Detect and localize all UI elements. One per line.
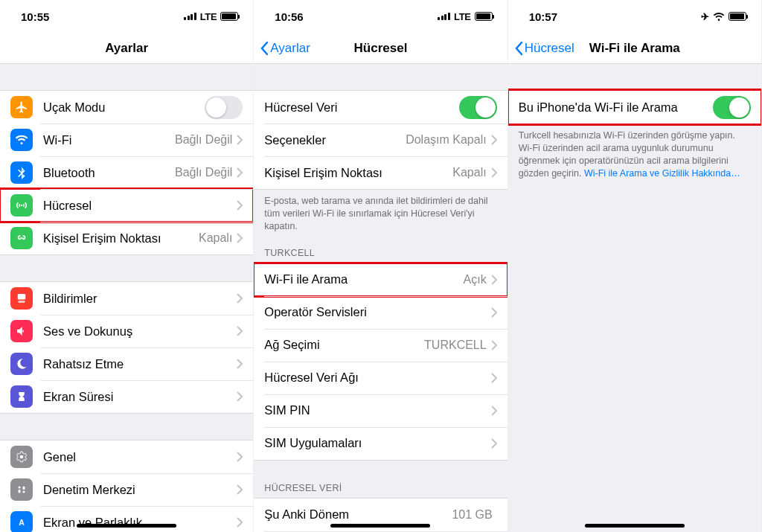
back-label: Hücresel [525, 41, 574, 56]
row-value: TURKCELL [424, 339, 487, 352]
signal-icon [184, 13, 196, 20]
bluetooth-icon [10, 161, 33, 184]
row-sim-pin[interactable]: SIM PIN [254, 394, 507, 427]
row-label: Bu iPhone'da Wi‑Fi ile Arama [519, 100, 713, 115]
chevron-icon [491, 438, 497, 449]
row-dnd[interactable]: Rahatsız Etme [0, 347, 253, 380]
group-wifi-calling-toggle: Bu iPhone'da Wi‑Fi ile Arama [508, 90, 761, 124]
chevron-icon [237, 326, 243, 336]
home-indicator[interactable] [585, 524, 685, 528]
chevron-icon [237, 135, 243, 145]
row-screentime[interactable]: Ekran Süresi [0, 380, 253, 413]
wifi-icon [10, 129, 33, 151]
row-label: Genel [43, 450, 237, 464]
group-turkcell: Wi‑Fi ile Arama Açık Operatör Servisleri… [254, 263, 507, 461]
row-value: Bağlı Değil [175, 166, 232, 179]
chevron-icon [491, 340, 497, 350]
general-icon [10, 446, 33, 468]
row-wifi[interactable]: Wi-Fi Bağlı Değil [0, 124, 253, 156]
row-label: Denetim Merkezi [43, 483, 237, 497]
chevron-icon [491, 135, 497, 145]
wifi-calling-toggle[interactable] [713, 96, 751, 119]
row-network-selection[interactable]: Ağ Seçimi TURKCELL [254, 329, 507, 362]
row-value: Açık [464, 273, 487, 286]
footer-link[interactable]: Wi‑Fi ile Arama ve Gizlilik Hakkında… [584, 168, 740, 179]
chevron-icon [237, 484, 243, 495]
row-cellular[interactable]: Hücresel [0, 189, 253, 222]
row-value: Bağlı Değil [175, 133, 232, 147]
cellular-content: Hücresel Veri Seçenekler Dolaşım Kapalı … [254, 64, 507, 532]
row-value: Kapalı [199, 231, 232, 245]
row-options[interactable]: Seçenekler Dolaşım Kapalı [254, 124, 507, 156]
row-apn[interactable]: Hücresel Veri Ağı [254, 362, 507, 394]
battery-icon [729, 12, 746, 21]
airplane-status-icon: ✈︎ [701, 11, 709, 22]
row-control-center[interactable]: Denetim Merkezi [0, 473, 253, 506]
row-bluetooth[interactable]: Bluetooth Bağlı Değil [0, 156, 253, 189]
row-label: Hücresel [43, 199, 237, 213]
display-icon: A [10, 511, 33, 532]
chevron-icon [237, 167, 243, 178]
nav-title: Ayarlar [105, 41, 148, 56]
screen-cellular: 10:56 LTE Ayarlar Hücresel Hücresel Veri… [254, 0, 508, 532]
row-airplane-mode[interactable]: Uçak Modu [0, 91, 253, 124]
row-hotspot[interactable]: Kişisel Erişim Noktası Kapalı [254, 156, 507, 189]
nav-bar: Ayarlar [0, 33, 253, 64]
row-label: Seçenekler [264, 133, 406, 147]
group-cellular-data: Hücresel Veri Seçenekler Dolaşım Kapalı … [254, 90, 507, 190]
row-label: Wi-Fi [43, 133, 175, 147]
row-value: 101 GB [452, 508, 492, 522]
chevron-icon [237, 293, 243, 304]
airplane-icon [10, 96, 33, 118]
back-button[interactable]: Hücresel [514, 41, 574, 56]
svg-rect-5 [23, 487, 25, 490]
row-notifications[interactable]: Bildirimler [0, 282, 253, 315]
row-display[interactable]: A Ekran ve Parlaklık [0, 506, 253, 532]
row-sim-apps[interactable]: SIM Uygulamaları [254, 427, 507, 460]
row-label: Kişisel Erişim Noktası [43, 231, 199, 246]
back-button[interactable]: Ayarlar [260, 41, 310, 56]
row-label: Kişisel Erişim Noktası [264, 166, 452, 180]
row-hotspot[interactable]: Kişisel Erişim Noktası Kapalı [0, 222, 253, 254]
row-sounds[interactable]: Ses ve Dokunuş [0, 315, 253, 347]
row-label: Bluetooth [43, 166, 175, 180]
nav-bar: Ayarlar Hücresel [254, 33, 507, 64]
status-time: 10:55 [21, 10, 49, 23]
chevron-icon [237, 359, 243, 369]
svg-point-6 [23, 491, 25, 493]
row-wifi-calling-this-iphone[interactable]: Bu iPhone'da Wi‑Fi ile Arama [508, 91, 761, 124]
battery-icon [475, 12, 493, 21]
row-label: Bildirimler [43, 292, 237, 306]
status-bar: 10:57 ✈︎ [508, 0, 761, 33]
sound-icon [10, 320, 33, 342]
chevron-icon [237, 452, 243, 462]
cellular-data-toggle[interactable] [459, 96, 497, 119]
home-indicator[interactable] [77, 524, 176, 528]
group-header: HÜCRESEL VERİ [254, 478, 507, 498]
row-carrier-services[interactable]: Operatör Servisleri [254, 296, 507, 329]
back-label: Ayarlar [270, 41, 310, 56]
row-cellular-data[interactable]: Hücresel Veri [254, 91, 507, 124]
network-label: LTE [454, 11, 471, 22]
airplane-toggle[interactable] [205, 96, 243, 119]
svg-point-3 [19, 487, 21, 489]
status-time: 10:57 [529, 10, 557, 23]
network-label: LTE [200, 11, 217, 22]
row-value: Kapalı [452, 166, 486, 179]
time-icon [10, 385, 33, 408]
screen-wifi-calling: 10:57 ✈︎ Hücresel Wi‑Fi ile Arama Bu iPh… [508, 0, 762, 532]
row-general[interactable]: Genel [0, 440, 253, 473]
home-indicator[interactable] [330, 524, 430, 528]
chevron-icon [237, 517, 243, 528]
row-label: Wi‑Fi ile Arama [264, 272, 463, 286]
status-bar: 10:55 LTE [0, 0, 253, 33]
status-bar: 10:56 LTE [254, 0, 507, 33]
row-wifi-calling[interactable]: Wi‑Fi ile Arama Açık [254, 263, 507, 296]
nav-title: Hücresel [354, 41, 408, 56]
nav-title: Wi‑Fi ile Arama [589, 41, 680, 56]
svg-rect-4 [19, 490, 21, 493]
status-right: ✈︎ [701, 11, 746, 22]
row-label: SIM Uygulamaları [264, 436, 490, 450]
row-label: Hücresel Veri Ağı [264, 371, 490, 385]
row-label: Operatör Servisleri [264, 305, 490, 319]
